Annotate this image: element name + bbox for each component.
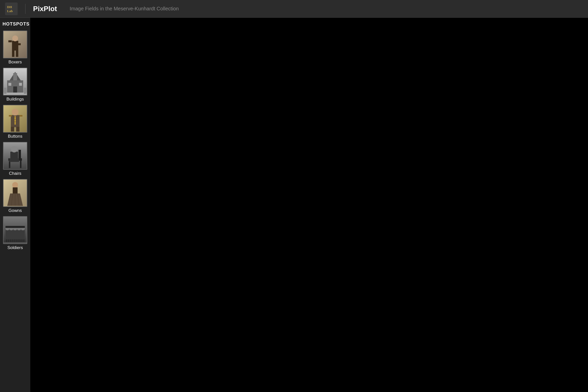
app-header: DH Lab PixPlot Image Fields in the Meser… [0, 0, 588, 18]
hotspot-name-boxers: Boxers [9, 60, 22, 65]
hotspot-thumb-boxers [3, 31, 27, 58]
hotspot-name-buttons: Buttons [8, 134, 22, 139]
hotspots-label: HOTSPOTS [3, 21, 28, 27]
visualization-area[interactable] [30, 18, 588, 392]
hotspot-thumb-gowns [3, 179, 27, 207]
app-subtitle: Image Fields in the Meserve-Kunhardt Col… [70, 6, 179, 12]
sidebar: HOTSPOTS Boxers Buildings Bu [0, 18, 30, 392]
main-layout: HOTSPOTS Boxers Buildings Bu [0, 18, 588, 392]
hotspot-item-buttons[interactable]: Buttons [3, 105, 28, 139]
hotspot-name-buildings: Buildings [7, 97, 24, 102]
svg-rect-0 [5, 3, 18, 15]
svg-text:DH: DH [7, 5, 12, 9]
hotspot-name-chairs: Chairs [9, 171, 21, 176]
hotspot-name-soldiers: Soldiers [7, 245, 23, 250]
hotspot-thumb-buildings [3, 68, 27, 95]
hotspot-item-chairs[interactable]: Chairs [3, 142, 28, 176]
hotspot-name-gowns: Gowns [9, 208, 22, 213]
hotspot-thumb-chairs [3, 142, 27, 170]
hotspot-thumb-buttons [3, 105, 27, 133]
hotspot-item-gowns[interactable]: Gowns [3, 179, 28, 213]
viz-canvas[interactable] [30, 18, 588, 392]
dh-lab-logo: DH Lab [5, 3, 18, 15]
hotspot-list: Boxers Buildings Buttons C [3, 31, 28, 250]
app-title: PixPlot [33, 5, 57, 13]
hotspot-thumb-soldiers [3, 216, 27, 244]
header-divider [25, 4, 25, 14]
svg-text:Lab: Lab [7, 9, 13, 13]
hotspot-item-boxers[interactable]: Boxers [3, 31, 28, 65]
hotspot-item-soldiers[interactable]: Soldiers [3, 216, 28, 250]
logo-area: DH Lab [5, 3, 18, 15]
hotspot-item-buildings[interactable]: Buildings [3, 68, 28, 102]
